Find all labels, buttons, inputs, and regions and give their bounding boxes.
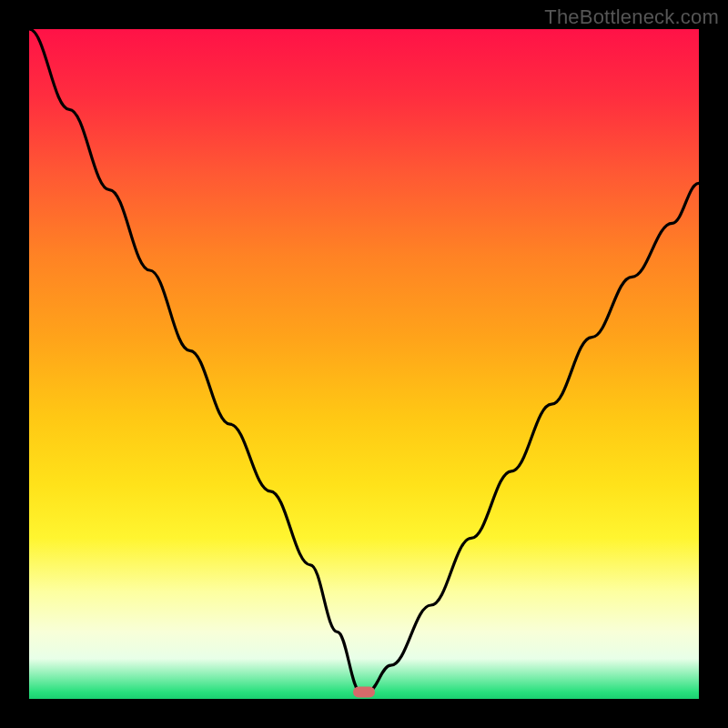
bottleneck-curve (29, 29, 699, 693)
attribution-label: TheBottleneck.com (544, 5, 719, 29)
chart-frame: TheBottleneck.com (0, 0, 728, 728)
bottleneck-curve-svg (29, 29, 699, 699)
optimal-marker (353, 687, 375, 698)
plot-area (29, 29, 699, 699)
